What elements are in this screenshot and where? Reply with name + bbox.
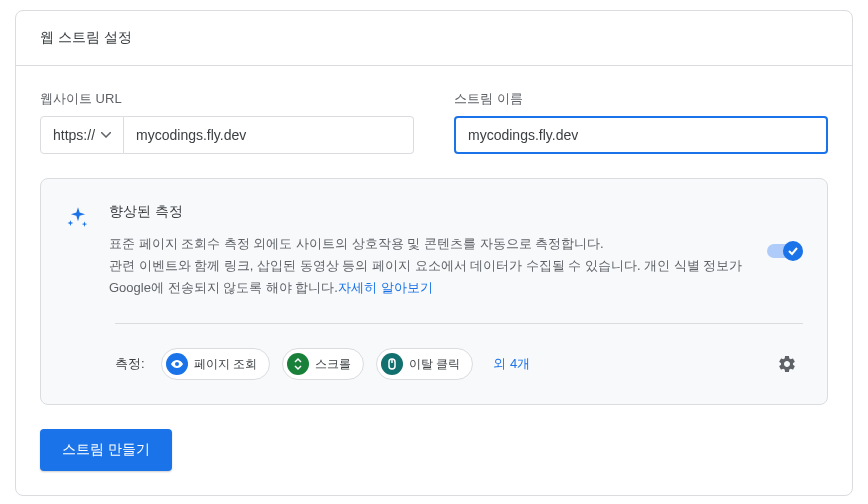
stream-name-input[interactable]: [454, 116, 828, 154]
check-icon: [787, 245, 799, 257]
scroll-icon: [287, 353, 309, 375]
description-line-1: 표준 페이지 조회수 측정 외에도 사이트의 상호작용 및 콘텐츠를 자동으로 …: [109, 236, 604, 251]
enhanced-measurement-toggle[interactable]: [767, 241, 803, 261]
protocol-value: https://: [53, 127, 95, 143]
enhanced-measurement-description: 표준 페이지 조회수 측정 외에도 사이트의 상호작용 및 콘텐츠를 자동으로 …: [109, 233, 743, 299]
chip-page-views: 페이지 조회: [161, 348, 270, 380]
stream-name-form-group: 스트림 이름: [454, 90, 828, 154]
stream-name-label: 스트림 이름: [454, 90, 828, 108]
learn-more-link[interactable]: 자세히 알아보기: [338, 280, 433, 295]
url-label: 웹사이트 URL: [40, 90, 414, 108]
card-description-row: 표준 페이지 조회수 측정 외에도 사이트의 상호작용 및 콘텐츠를 자동으로 …: [109, 233, 803, 299]
card-body: 향상된 측정 표준 페이지 조회수 측정 외에도 사이트의 상호작용 및 콘텐츠…: [109, 203, 803, 299]
measurement-label: 측정:: [115, 355, 145, 373]
web-stream-settings-panel: 웹 스트림 설정 웹사이트 URL https:// 스트림 이름: [15, 10, 853, 496]
divider: [115, 323, 803, 324]
chip-label: 스크롤: [315, 356, 351, 373]
chip-label: 이탈 클릭: [409, 356, 460, 373]
enhanced-measurement-title: 향상된 측정: [109, 203, 803, 221]
sparkle-icon: [65, 205, 91, 235]
create-stream-button[interactable]: 스트림 만들기: [40, 429, 172, 471]
url-input-group: https://: [40, 116, 414, 154]
panel-content: 웹사이트 URL https:// 스트림 이름: [16, 66, 852, 495]
chip-outbound-clicks: 이탈 클릭: [376, 348, 473, 380]
measurement-row: 측정: 페이지 조회 스크롤: [115, 348, 803, 380]
chevron-down-icon: [101, 132, 111, 138]
mouse-icon: [381, 353, 403, 375]
chip-label: 페이지 조회: [194, 356, 257, 373]
gear-icon: [777, 354, 797, 374]
panel-title: 웹 스트림 설정: [16, 11, 852, 66]
url-form-group: 웹사이트 URL https://: [40, 90, 414, 154]
eye-icon: [166, 353, 188, 375]
form-row: 웹사이트 URL https:// 스트림 이름: [40, 90, 828, 154]
url-input[interactable]: [124, 116, 414, 154]
chip-scroll: 스크롤: [282, 348, 364, 380]
protocol-dropdown[interactable]: https://: [40, 116, 124, 154]
toggle-thumb: [783, 241, 803, 261]
enhanced-measurement-card: 향상된 측정 표준 페이지 조회수 측정 외에도 사이트의 상호작용 및 콘텐츠…: [40, 178, 828, 405]
more-measurements-link[interactable]: 외 4개: [493, 355, 530, 373]
card-header: 향상된 측정 표준 페이지 조회수 측정 외에도 사이트의 상호작용 및 콘텐츠…: [65, 203, 803, 299]
settings-button[interactable]: [771, 348, 803, 380]
